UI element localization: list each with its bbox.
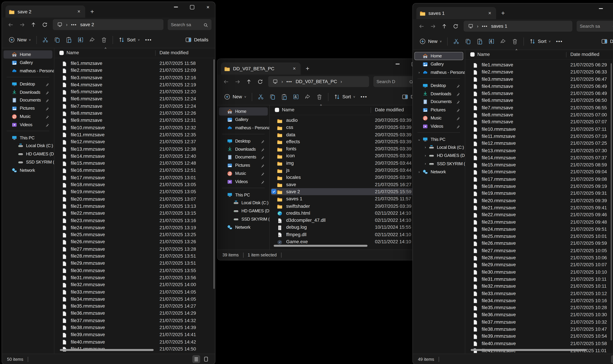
file-row[interactable]: file5.rmmzsave21/07/2025 06:49 <box>466 90 613 97</box>
file-row[interactable]: file33.rmmzsave21/07/2025 10:12 <box>466 290 613 297</box>
column-header-date-modified[interactable]: Date modified <box>159 50 188 55</box>
breadcrumb-ellipsis[interactable]: ••• <box>71 22 77 27</box>
file-row[interactable]: file26.rmmzsave21/07/2025 09:59 <box>466 240 613 247</box>
copy-button[interactable] <box>462 36 474 47</box>
file-row[interactable]: file9.rmmzsave21/07/2025 12:31 <box>56 117 214 124</box>
view-details-button[interactable] <box>611 355 613 363</box>
breadcrumb[interactable]: › ••• DD_V07_BETA_PC › <box>268 76 369 87</box>
sort-button[interactable]: Sort˅ <box>331 91 358 103</box>
sidebar-item-disk-f[interactable]: SSD SKYRIM (F:) <box>219 215 268 223</box>
expand-chevron-icon[interactable]: › <box>423 162 427 166</box>
sidebar-item-home[interactable]: Home <box>3 50 53 58</box>
new-tab-button[interactable]: + <box>501 10 505 17</box>
forward-button[interactable] <box>17 20 27 30</box>
file-row[interactable]: file6.rmmzsave21/07/2025 12:24 <box>56 95 214 103</box>
file-row[interactable]: file21.rmmzsave21/07/2025 13:13 <box>56 203 214 210</box>
sidebar-item-music[interactable]: Music <box>219 169 268 177</box>
file-row[interactable]: file34.rmmzsave21/07/2025 10:16 <box>466 297 613 304</box>
view-thumbnails-button[interactable] <box>202 355 210 363</box>
file-row[interactable]: file28.rmmzsave21/07/2025 10:06 <box>466 254 613 261</box>
file-row[interactable]: file38.rmmzsave21/07/2025 10:47 <box>466 326 613 333</box>
file-row[interactable]: file22.rmmzsave21/07/2025 09:46 <box>466 211 613 218</box>
column-header-date-modified[interactable]: Date modified <box>375 107 404 112</box>
file-row[interactable]: file29.rmmzsave21/07/2025 10:07 <box>466 261 613 268</box>
search-box[interactable] <box>373 76 417 87</box>
horizontal-scrollbar[interactable] <box>60 349 154 351</box>
maximize-button[interactable] <box>190 5 194 10</box>
sidebar-item-home[interactable]: Home <box>219 107 268 116</box>
sidebar-item-gallery[interactable]: Gallery <box>3 58 53 66</box>
sidebar-item-network[interactable]: Network <box>3 166 53 174</box>
sidebar-item-videos[interactable]: Videos <box>3 120 53 129</box>
close-button[interactable]: ✕ <box>206 5 210 10</box>
file-row[interactable]: file3.rmmzsave21/07/2025 12:16 <box>56 74 214 81</box>
file-row[interactable]: credits.html02/11/2022 14:10 <box>271 210 419 217</box>
details-pane-button[interactable]: Details <box>183 34 211 46</box>
breadcrumb-current-folder[interactable]: save 2 <box>80 22 94 27</box>
file-row[interactable]: file19.rmmzsave21/07/2025 09:31 <box>466 190 613 197</box>
column-header-name[interactable]: Name <box>282 107 294 112</box>
delete-button[interactable] <box>313 91 325 103</box>
paste-button[interactable] <box>63 34 74 46</box>
sidebar-item-disk-f[interactable]: SSD SKYRIM (F:) <box>3 158 53 166</box>
breadcrumb-ellipsis[interactable]: ••• <box>286 79 292 84</box>
copy-button[interactable] <box>266 91 278 103</box>
file-row[interactable]: swiftshader20/07/2025 03:39 <box>271 203 419 210</box>
sidebar-item-downloads[interactable]: Downloads <box>414 90 463 98</box>
file-row[interactable]: file18.rmmzsave21/07/2025 13:05 <box>56 181 214 188</box>
file-row[interactable]: file1.rmmzsave21/07/2025 11:58 <box>56 60 214 67</box>
sidebar-item-desktop[interactable]: Desktop <box>414 81 463 90</box>
sidebar-item-onedrive[interactable]: matheus - Personal <box>3 66 53 75</box>
sidebar-item-this-pc[interactable]: This PC <box>3 134 53 142</box>
refresh-button[interactable] <box>450 21 461 31</box>
sidebar-item-this-pc[interactable]: This PC <box>219 191 268 199</box>
details-pane-button[interactable]: Det <box>599 36 613 47</box>
file-row[interactable]: file34.rmmzsave21/07/2025 14:05 <box>56 295 214 302</box>
vertical-scrollbar[interactable] <box>611 63 612 340</box>
file-row[interactable]: css20/07/2025 03:39 <box>271 124 419 131</box>
sidebar-item-documents[interactable]: Documents <box>414 98 463 106</box>
delete-button[interactable] <box>98 34 110 46</box>
file-row[interactable]: file19.rmmzsave21/07/2025 13:05 <box>56 188 214 195</box>
file-row[interactable]: file30.rmmzsave21/07/2025 13:55 <box>56 267 214 274</box>
forward-button[interactable] <box>232 77 243 87</box>
copy-button[interactable] <box>51 34 63 46</box>
file-row[interactable]: file40.rmmzsave21/07/2025 10:58 <box>466 340 613 347</box>
file-row[interactable]: debug.log10/11/2024 15:55 <box>271 224 419 231</box>
sidebar-item-pictures[interactable]: Pictures <box>414 106 463 114</box>
file-row[interactable]: file5.rmmzsave21/07/2025 12:20 <box>56 88 214 95</box>
rename-button[interactable] <box>486 36 497 47</box>
file-row[interactable]: file4.rmmzsave21/07/2025 12:19 <box>56 81 214 88</box>
file-row[interactable]: file24.rmmzsave21/07/2025 09:51 <box>466 225 613 233</box>
file-row[interactable]: file37.rmmzsave21/07/2025 10:32 <box>466 318 613 325</box>
sidebar-item-disk-d[interactable]: HD GAMES (D:) <box>219 207 268 215</box>
sidebar-item-disk-d[interactable]: HD GAMES (D:) <box>3 150 53 158</box>
share-button[interactable] <box>302 91 313 103</box>
file-row[interactable]: file28.rmmzsave21/07/2025 13:51 <box>56 253 214 260</box>
sidebar-item-disk-f[interactable]: ›SSD SKYRIM (F:) <box>414 159 463 168</box>
file-row[interactable]: img20/07/2025 03:44 <box>271 160 419 167</box>
file-row[interactable]: file33.rmmzsave21/07/2025 14:05 <box>56 288 214 295</box>
minimize-button[interactable] <box>599 6 603 11</box>
sidebar-item-downloads[interactable]: Downloads <box>3 88 53 96</box>
sidebar-item-documents[interactable]: Documents <box>3 96 53 104</box>
file-row[interactable]: saves 121/07/2025 11:57 <box>271 195 419 202</box>
file-row[interactable]: file13.rmmzsave21/07/2025 07:30 <box>466 147 613 154</box>
file-row[interactable]: file3.rmmzsave21/07/2025 06:47 <box>466 76 613 83</box>
file-row[interactable]: file15.rmmzsave21/07/2025 08:59 <box>466 161 613 169</box>
back-button[interactable] <box>416 21 427 31</box>
file-row[interactable]: file13.rmmzsave21/07/2025 12:38 <box>56 145 214 153</box>
search-box[interactable] <box>168 19 212 30</box>
file-row[interactable]: file4.rmmzsave21/07/2025 06:49 <box>466 83 613 90</box>
forward-button[interactable] <box>428 21 438 31</box>
paste-button[interactable] <box>474 36 485 47</box>
file-row[interactable]: file2.rmmzsave21/07/2025 12:09 <box>56 67 214 74</box>
sidebar-item-disk-c[interactable]: ›Local Disk (C:) <box>414 143 463 151</box>
column-divider[interactable] <box>566 52 567 57</box>
expand-chevron-icon[interactable]: › <box>417 70 421 74</box>
file-row[interactable]: file22.rmmzsave21/07/2025 13:15 <box>56 210 214 217</box>
file-row[interactable]: file7.rmmzsave21/07/2025 12:24 <box>56 103 214 110</box>
file-row[interactable]: fonts20/07/2025 03:39 <box>271 145 419 152</box>
row-checkbox-checked[interactable] <box>271 189 276 194</box>
sidebar-item-disk-c[interactable]: Local Disk (C:) <box>219 199 268 207</box>
